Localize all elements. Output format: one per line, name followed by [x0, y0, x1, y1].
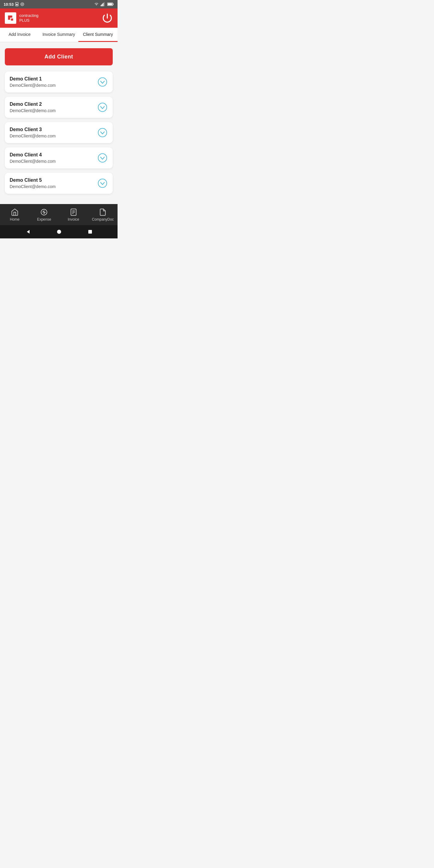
svg-point-16 — [98, 179, 107, 187]
nav-invoice-label: Invoice — [68, 217, 79, 221]
status-bar: 10:53 @ — [0, 0, 118, 8]
svg-point-15 — [98, 154, 107, 162]
android-back-button[interactable] — [25, 229, 30, 235]
tab-bar: Add Invoice Invoice Summary Client Summa… — [0, 28, 118, 42]
client-card-3: Demo Client 3 DemoClient@demo.com — [5, 122, 113, 143]
svg-rect-1 — [16, 4, 18, 5]
client-name-5: Demo Client 5 — [10, 178, 94, 183]
svg-rect-6 — [103, 3, 104, 6]
client-name-3: Demo Client 3 — [10, 127, 94, 132]
svg-rect-9 — [113, 4, 113, 5]
client-card-5: Demo Client 5 DemoClient@demo.com — [5, 173, 113, 194]
battery-icon — [107, 2, 114, 6]
svg-point-12 — [98, 78, 107, 86]
client-card-1: Demo Client 1 DemoClient@demo.com — [5, 71, 113, 93]
svg-text:@: @ — [22, 3, 24, 5]
add-client-button[interactable]: Add Client — [5, 48, 113, 65]
client-info-5: Demo Client 5 DemoClient@demo.com — [10, 178, 94, 189]
time-display: 10:53 — [4, 2, 13, 7]
status-time: 10:53 @ — [4, 2, 24, 7]
nav-expense-label: Expense — [37, 217, 51, 221]
client-info-2: Demo Client 2 DemoClient@demo.com — [10, 101, 94, 113]
client-card-4: Demo Client 4 DemoClient@demo.com — [5, 147, 113, 168]
notification-icon: @ — [20, 2, 24, 6]
svg-rect-7 — [104, 2, 104, 6]
svg-rect-25 — [88, 230, 92, 234]
android-recent-button[interactable] — [88, 229, 93, 234]
wifi-icon — [94, 2, 99, 6]
nav-invoice[interactable]: Invoice — [59, 208, 88, 221]
bottom-nav: Home Expense Invoice CompanyDoc — [0, 204, 118, 225]
app-header: contracting PLUS — [0, 8, 118, 28]
logo-icon — [5, 12, 16, 24]
client-expand-button-3[interactable] — [97, 127, 108, 138]
client-expand-button-1[interactable] — [97, 76, 108, 87]
client-email-5: DemoClient@demo.com — [10, 184, 94, 189]
status-icons — [94, 2, 114, 6]
client-email-1: DemoClient@demo.com — [10, 83, 94, 88]
svg-rect-5 — [101, 4, 102, 6]
client-name-4: Demo Client 4 — [10, 152, 94, 158]
nav-expense[interactable]: Expense — [30, 208, 59, 221]
svg-marker-23 — [27, 230, 30, 234]
client-card-2: Demo Client 2 DemoClient@demo.com — [5, 97, 113, 118]
nav-companydoc-label: CompanyDoc — [92, 217, 114, 221]
client-email-2: DemoClient@demo.com — [10, 108, 94, 113]
client-expand-button-4[interactable] — [97, 153, 108, 163]
svg-point-14 — [98, 128, 107, 137]
tab-add-invoice[interactable]: Add Invoice — [0, 28, 39, 42]
invoice-icon — [70, 208, 78, 216]
nav-home-label: Home — [10, 217, 20, 221]
nav-home[interactable]: Home — [0, 208, 30, 221]
sim-icon — [15, 2, 19, 6]
client-name-1: Demo Client 1 — [10, 76, 94, 82]
client-expand-button-2[interactable] — [97, 102, 108, 113]
client-info-4: Demo Client 4 DemoClient@demo.com — [10, 152, 94, 164]
client-info-3: Demo Client 3 DemoClient@demo.com — [10, 127, 94, 138]
tab-client-summary[interactable]: Client Summary — [79, 28, 118, 42]
svg-rect-11 — [6, 14, 15, 22]
companydoc-icon — [99, 208, 107, 216]
logo-container: contracting PLUS — [5, 12, 38, 24]
tab-invoice-summary[interactable]: Invoice Summary — [39, 28, 79, 42]
nav-companydoc[interactable]: CompanyDoc — [88, 208, 118, 221]
power-button[interactable] — [102, 13, 113, 24]
signal-icon — [101, 2, 105, 6]
client-info-1: Demo Client 1 DemoClient@demo.com — [10, 76, 94, 88]
client-list: Demo Client 1 DemoClient@demo.com Demo C… — [5, 71, 113, 194]
client-expand-button-5[interactable] — [97, 178, 108, 189]
main-content: Add Client Demo Client 1 DemoClient@demo… — [0, 42, 118, 204]
client-name-2: Demo Client 2 — [10, 101, 94, 107]
client-email-4: DemoClient@demo.com — [10, 159, 94, 164]
svg-rect-4 — [101, 5, 101, 6]
client-email-3: DemoClient@demo.com — [10, 133, 94, 138]
android-home-button[interactable] — [56, 229, 62, 235]
svg-point-13 — [98, 103, 107, 112]
expense-icon — [40, 208, 48, 216]
app-name: contracting PLUS — [19, 13, 38, 23]
svg-rect-10 — [107, 3, 112, 5]
home-icon — [11, 208, 19, 216]
android-nav-bar — [0, 225, 118, 239]
svg-point-24 — [57, 230, 61, 234]
